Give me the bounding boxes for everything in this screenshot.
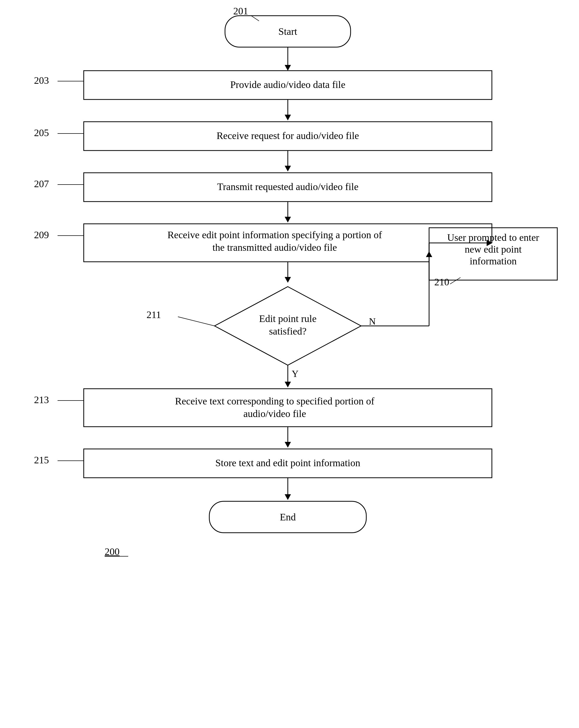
label-211: 211 [146, 309, 161, 320]
y-label: Y [292, 369, 299, 379]
arrow-3 [285, 166, 291, 172]
node-207-label: Transmit requested audio/video file [217, 181, 358, 192]
node-211-label-2: satisfied? [269, 326, 307, 337]
arrow-4 [285, 217, 291, 223]
label-215: 215 [34, 454, 49, 465]
label-210: 210 [434, 277, 449, 287]
label-203: 203 [34, 75, 49, 86]
node-210-label-2: new edit point [465, 244, 522, 255]
arrow-2 [285, 115, 291, 121]
node-211-label-1: Edit point rule [259, 313, 316, 324]
arrow-7 [285, 442, 291, 448]
arrow-1 [285, 65, 291, 71]
end-label: End [280, 512, 296, 522]
node-213 [84, 389, 492, 427]
n-label: N [369, 316, 376, 327]
label-201: 201 [233, 5, 248, 17]
label-207: 207 [34, 178, 49, 189]
node-205-label: Receive request for audio/video file [217, 130, 359, 141]
figure-label: 200 [105, 546, 119, 557]
arrow-6 [285, 382, 291, 387]
start-label: Start [278, 26, 297, 37]
node-203-label: Provide audio/video data file [230, 79, 346, 90]
label-205: 205 [34, 127, 49, 138]
node-213-label-1: Receive text corresponding to specified … [175, 395, 375, 407]
node-213-label-2: audio/video file [243, 408, 306, 419]
node-210-label-3: information [470, 256, 517, 266]
arrow-5 [285, 277, 291, 283]
arrow-8 [285, 494, 291, 500]
node-209-label-2: the transmitted audio/video file [213, 242, 337, 253]
node-215-label: Store text and edit point information [215, 457, 360, 468]
node-210-label-1: User prompted to enter [447, 232, 539, 243]
label-209: 209 [34, 229, 49, 240]
svg-line-12 [178, 317, 215, 326]
label-213: 213 [34, 394, 49, 405]
diagram-container: Start 201 203 Provide audio/video data f… [0, 0, 579, 728]
node-209-label-1: Receive edit point information specifyin… [167, 229, 382, 240]
